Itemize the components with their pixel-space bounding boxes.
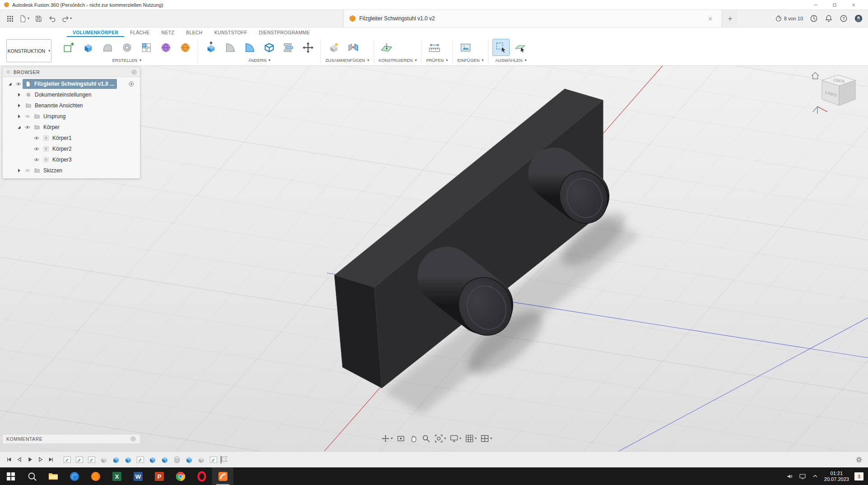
close-tab-button[interactable] [704,14,716,23]
caret-collapsed-icon[interactable] [14,91,23,99]
ribbon-group-dropdown-pr-fen[interactable]: PRÜFEN▾ [426,56,448,65]
browser-item-benannte-ansichten[interactable]: Benannte Ansichten [3,100,140,111]
viewcube-cube[interactable]: OBEN LINKS [822,75,855,106]
timeline-settings-icon[interactable] [854,455,863,464]
redo-button[interactable]: ▾ [60,12,73,25]
grid-settings-button[interactable]: ▾ [465,434,477,443]
ribbon-group-dropdown-ndern[interactable]: ÄNDERN▾ [203,56,316,65]
display-settings-button[interactable]: ▾ [450,434,461,443]
timeline-feature-extrude-11[interactable] [184,455,194,465]
taskbar-start-button[interactable] [0,467,21,485]
chamfer-button[interactable] [241,39,258,55]
taskbar-chrome-button[interactable] [170,467,191,485]
eye-icon[interactable] [32,145,41,153]
new-component-button[interactable] [325,39,342,55]
timeline-feature-sketch-3[interactable] [87,455,97,465]
tray-up-icon[interactable] [812,473,819,480]
construction-plane-button[interactable] [379,39,395,55]
ribbon-group-dropdown-erstellen[interactable]: ERSTELLEN▾ [60,56,193,65]
activate-component-icon[interactable] [127,80,135,88]
select-button[interactable] [493,39,509,55]
eye-icon[interactable] [14,80,23,88]
taskbar-edge-button[interactable] [64,467,85,485]
taskbar-clock[interactable]: 01:21 20.07.2023 [824,471,849,482]
step-back-button[interactable] [15,455,24,464]
ribbon-group-dropdown-ausw-hlen[interactable]: AUSWÄHLEN▾ [493,56,529,65]
taskbar-taskbar-search-button[interactable] [21,467,42,485]
ribbon-tab-netz[interactable]: NETZ [156,28,181,37]
maximize-button[interactable] [826,0,845,9]
viewports-button[interactable]: ▾ [480,434,492,443]
avatar[interactable] [854,14,863,23]
fillet-button[interactable] [222,39,238,55]
eye-icon[interactable] [32,134,41,142]
mesh-button[interactable] [177,39,193,55]
play-button[interactable] [25,455,34,464]
joint-button[interactable] [345,39,361,55]
move-button[interactable] [300,39,316,55]
timeline-marker[interactable] [219,454,229,465]
collapse-panel-icon[interactable] [5,69,11,75]
timeline-feature-sketch-7[interactable] [135,455,145,465]
eye-icon[interactable] [32,156,41,164]
caret-collapsed-icon[interactable] [14,102,23,110]
create-sketch-button[interactable] [60,39,77,55]
eye-icon[interactable] [23,123,32,131]
timeline-feature-sketch-13[interactable] [209,455,218,465]
ribbon-tab-fl-che[interactable]: FLÄCHE [124,28,155,37]
timeline-feature-sketch-1[interactable] [62,455,72,465]
tray-display-icon[interactable] [799,473,806,480]
offset-button[interactable] [280,39,297,55]
timeline-feature-extrude-5[interactable] [111,455,121,465]
nav-lookat-button[interactable] [396,434,405,443]
close-window-button[interactable] [845,0,864,9]
nav-zoom-button[interactable] [422,434,431,443]
browser-item-k-rper2[interactable]: Körper2 [3,143,140,154]
ribbon-group-dropdown-zusammenf-gen[interactable]: ZUSAMMENFÜGEN▾ [325,56,369,65]
browser-item-filzgleiter-schwingstuhl-v1-0[interactable]: Filzgleiter Schwingstuhl v1.0 ... [3,79,140,89]
ribbon-tab-dienstprogramme[interactable]: DIENSTPROGRAMME [253,28,316,37]
save-button[interactable] [32,12,45,25]
caret-collapsed-icon[interactable] [14,166,23,175]
taskbar-excel-button[interactable]: X [106,467,127,485]
eye-off-icon[interactable] [23,166,32,175]
ribbon-tab-blech[interactable]: BLECH [180,28,209,37]
ribbon-group-dropdown-konstruieren[interactable]: KONSTRUIEREN▾ [379,56,417,65]
caret-expanded-icon[interactable] [5,80,14,88]
ribbon-tab-volumenk-rper[interactable]: VOLUMENKÖRPER [67,28,124,37]
browser-item-ursprung[interactable]: Ursprung [3,111,140,122]
taskbar-fusion-taskbar-button[interactable] [212,467,233,485]
canvas-button[interactable] [457,39,473,55]
step-forward-button[interactable] [36,455,45,464]
press-pull-button[interactable] [203,39,219,55]
nav-move-button[interactable]: ▾ [381,434,393,443]
taskbar-opera-button[interactable] [191,467,212,485]
minimize-button[interactable] [808,0,826,9]
timeline-feature-box-4[interactable] [99,455,109,465]
ribbon-group-dropdown-einf-gen[interactable]: EINFÜGEN▾ [457,56,483,65]
skip-end-button[interactable] [46,455,55,464]
timeline-feature-sketch-2[interactable] [74,455,84,465]
browser-item-dokumenteinstellungen[interactable]: Dokumenteinstellungen [3,89,140,100]
revolve-button[interactable] [119,39,135,55]
help-icon[interactable]: ? [840,14,848,23]
extrude-button[interactable] [80,39,96,55]
construction-dropdown[interactable]: KONSTRUKTION ▾ [6,39,51,62]
pattern-button[interactable] [138,39,154,55]
document-tab[interactable]: Filzgleiter Schwingstuhl v1.0 v2 [343,10,722,27]
app-grid-button[interactable] [4,12,16,25]
home-icon[interactable] [812,73,819,79]
bell-icon[interactable] [825,14,833,23]
nav-fit-button[interactable]: ▾ [434,434,446,443]
viewcube[interactable]: OBEN LINKS [810,70,864,117]
taskbar-firefox-button[interactable] [85,467,106,485]
browser-item-k-rper[interactable]: Körper [3,122,140,133]
browser-item-k-rper1[interactable]: Körper1 [3,133,140,143]
new-tab-button[interactable] [722,10,738,27]
browser-item-k-rper3[interactable]: Körper3 [3,154,140,165]
caret-collapsed-icon[interactable] [14,112,23,120]
file-menu-button[interactable]: ▾ [18,12,31,25]
comments-panel[interactable]: KOMMENTARE [2,434,140,444]
panel-toggle-icon[interactable] [131,69,137,75]
measure-button[interactable] [426,39,442,55]
